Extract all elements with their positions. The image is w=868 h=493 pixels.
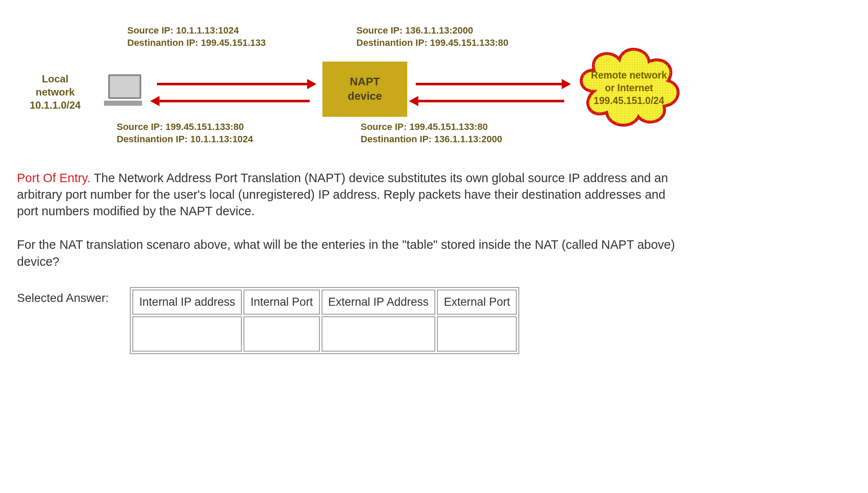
- packet-bl-dst: Destinantion IP: 10.1.1.13:1024: [117, 133, 253, 146]
- packet-bl-src: Source IP: 199.45.151.133:80: [117, 121, 253, 133]
- packet-top-right: Source IP: 136.1.1.13:2000 Destinantion …: [356, 25, 508, 49]
- table-header-row: Internal IP address Internal Port Extern…: [132, 290, 517, 315]
- port-of-entry-label: Port Of Entry.: [17, 171, 91, 185]
- port-of-entry-text: The Network Address Port Translation (NA…: [17, 171, 668, 218]
- packet-bottom-right: Source IP: 199.45.151.133:80 Destinantio…: [361, 121, 502, 145]
- selected-answer-label: Selected Answer:: [17, 291, 109, 305]
- table-data-row: [132, 316, 517, 352]
- packet-br-src: Source IP: 199.45.151.133:80: [361, 121, 502, 133]
- nat-table: Internal IP address Internal Port Extern…: [130, 287, 519, 354]
- packet-tr-src: Source IP: 136.1.1.13:2000: [356, 25, 508, 37]
- packet-tl-dst: Destinantion IP: 199.45.151.133: [127, 37, 266, 49]
- table-cell-0: [132, 316, 242, 352]
- cloud-line2: or Internet: [583, 82, 675, 95]
- local-line3: 10.1.1.0/24: [30, 99, 81, 112]
- cloud-line1: Remote network: [583, 69, 675, 82]
- napt-line2: device: [348, 89, 382, 104]
- napt-line1: NAPT: [348, 75, 382, 89]
- port-of-entry-paragraph: Port Of Entry. The Network Address Port …: [17, 170, 679, 220]
- computer-icon: [108, 74, 142, 106]
- packet-tr-dst: Destinantion IP: 199.45.151.133:80: [356, 37, 508, 49]
- packet-tl-src: Source IP: 10.1.1.13:1024: [127, 25, 266, 37]
- napt-diagram: Local network 10.1.1.0/24 NAPT device Re…: [17, 17, 696, 153]
- local-line2: network: [30, 85, 81, 99]
- cloud-label: Remote network or Internet 199.45.151.0/…: [583, 69, 675, 107]
- answer-row: Selected Answer: Internal IP address Int…: [17, 287, 851, 354]
- local-line1: Local: [30, 72, 81, 85]
- arrow-pc-to-napt: [157, 83, 310, 85]
- arrow-napt-to-pc: [157, 100, 310, 102]
- napt-device-box: NAPT device: [322, 62, 407, 117]
- table-cell-3: [437, 316, 517, 352]
- cloud-line3: 199.45.151.0/24: [583, 95, 675, 107]
- question-text: For the NAT translation scenaro above, w…: [17, 237, 679, 270]
- table-header-0: Internal IP address: [132, 290, 242, 315]
- table-header-1: Internal Port: [244, 290, 319, 315]
- table-cell-1: [244, 316, 319, 352]
- packet-br-dst: Destinantion IP: 136.1.1.13:2000: [361, 133, 502, 146]
- arrow-napt-to-cloud: [416, 83, 564, 85]
- packet-top-left: Source IP: 10.1.1.13:1024 Destinantion I…: [127, 25, 266, 49]
- table-header-3: External Port: [437, 290, 517, 315]
- local-network-label: Local network 10.1.1.0/24: [30, 72, 81, 112]
- cloud-icon: Remote network or Internet 199.45.151.0/…: [573, 36, 683, 134]
- arrow-cloud-to-napt: [416, 100, 564, 102]
- packet-bottom-left: Source IP: 199.45.151.133:80 Destinantio…: [117, 121, 253, 145]
- table-cell-2: [322, 316, 436, 352]
- table-header-2: External IP Address: [322, 290, 436, 315]
